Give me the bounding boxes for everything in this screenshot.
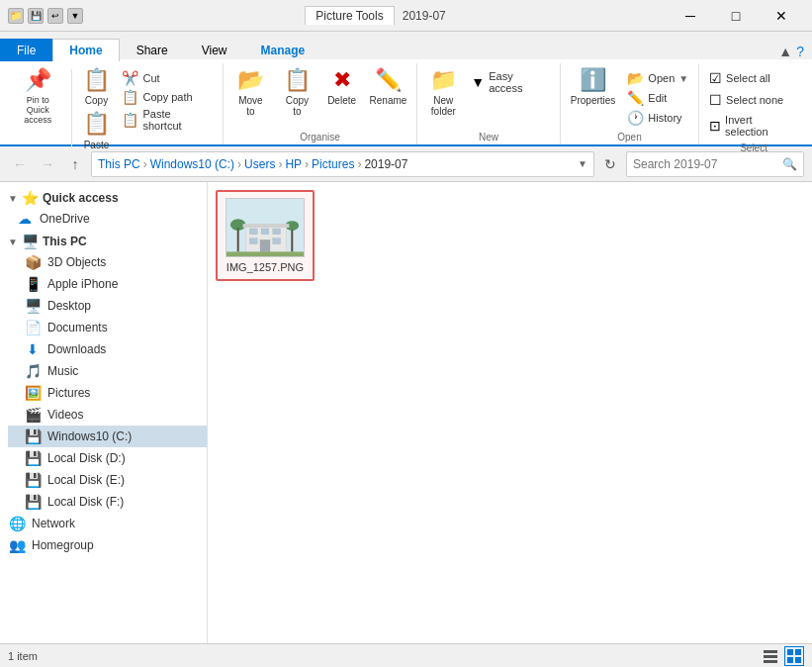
this-pc-label: This PC [43,235,87,248]
history-icon: 🕐 [627,110,644,126]
copy-icon: 📋 [83,67,110,93]
local-e-icon: 💾 [24,472,42,488]
sidebar-item-onedrive[interactable]: ☁ OneDrive [0,208,207,230]
minimize-button[interactable]: ─ [668,0,713,32]
breadcrumb-item[interactable]: This PC [98,157,140,171]
svg-rect-6 [243,224,290,228]
file-item-img1257[interactable]: IMG_1257.PNG [216,190,315,281]
open-content: ℹ️ Properties 📂 Open ▼ ✏️ Edit 🕐 History [567,65,692,132]
this-pc-icon: 🖥️ [22,234,39,249]
sidebar-item-local-f[interactable]: 💾 Local Disk (F:) [8,491,207,513]
select-all-button[interactable]: ☑ Select all [705,69,802,87]
close-button[interactable]: ✕ [759,0,804,32]
rename-button[interactable]: ✏️ Rename [366,65,411,108]
status-bar: 1 item [0,643,812,667]
delete-button[interactable]: ✖ Delete [322,65,362,108]
copy-button[interactable]: 📋 Copy [78,65,114,108]
sidebar-item-network[interactable]: 🌐 Network [0,513,207,534]
tab-home[interactable]: Home [52,39,119,61]
tab-manage[interactable]: Manage [244,39,322,61]
sidebar-item-desktop[interactable]: 🖥️ Desktop [8,295,207,317]
breadcrumb-item[interactable]: Windows10 (C:) [150,157,234,171]
up-button[interactable]: ↑ [63,152,87,176]
open-dropdown-icon: ▼ [678,73,688,84]
apple-iphone-icon: 📱 [24,276,42,292]
window-title: 2019-07 [403,9,446,23]
ribbon-collapse-icon[interactable]: ▲ [778,44,792,59]
this-pc-header[interactable]: ▼ 🖥️ This PC [0,230,207,251]
search-icon: 🔍 [782,157,797,171]
sidebar-item-pictures[interactable]: 🖼️ Pictures [8,382,207,404]
copy-to-button[interactable]: 📋 Copy to [276,65,317,119]
address-bar: ← → ↑ This PC › Windows10 (C:) › Users ›… [0,146,812,182]
breadcrumb[interactable]: This PC › Windows10 (C:) › Users › HP › … [91,151,594,177]
tab-file[interactable]: File [0,39,52,61]
svg-rect-9 [273,229,281,235]
pin-to-quick-access-button[interactable]: 📌 Pin to Quickaccess [10,65,65,127]
quick-access-header[interactable]: ▼ ⭐ Quick access [0,186,207,208]
invert-selection-icon: ⊡ [709,118,721,134]
easy-access-button[interactable]: ▼ Easy access [467,69,553,95]
copy-path-button[interactable]: 📋 Copy path [118,88,216,106]
tab-view[interactable]: View [185,39,244,61]
details-view-button[interactable] [761,646,780,666]
new-folder-icon: 📁 [430,67,457,93]
breadcrumb-item-current[interactable]: 2019-07 [364,157,407,171]
back-button[interactable]: ← [8,152,32,176]
window-controls: ─ □ ✕ [668,0,804,32]
history-button[interactable]: 🕐 History [623,109,692,127]
paste-shortcut-icon: 📋 [122,112,138,128]
breadcrumb-dropdown-icon[interactable]: ▼ [578,158,587,169]
new-folder-button[interactable]: 📁 Newfolder [423,65,463,119]
music-icon: 🎵 [24,363,42,379]
move-to-button[interactable]: 📂 Move to [229,65,273,119]
help-icon[interactable]: ? [796,44,804,59]
properties-button[interactable]: ℹ️ Properties [567,65,620,108]
tab-share[interactable]: Share [120,39,185,61]
sidebar-item-homegroup[interactable]: 👥 Homegroup [0,534,207,556]
sidebar-item-music[interactable]: 🎵 Music [8,360,207,382]
breadcrumb-item[interactable]: HP [285,157,302,171]
sidebar-item-windows10[interactable]: 💾 Windows10 (C:) [8,426,207,447]
new-content: 📁 Newfolder ▼ Easy access [423,65,553,132]
search-input[interactable] [633,157,782,171]
file-area[interactable]: IMG_1257.PNG [208,182,812,643]
homegroup-icon: 👥 [8,537,26,553]
undo-icon[interactable]: ↩ [47,8,63,24]
breadcrumb-sep1: › [143,157,147,171]
cut-button[interactable]: ✂️ Cut [118,69,216,87]
sidebar-item-3d-objects[interactable]: 📦 3D Objects [8,251,207,273]
select-none-icon: ☐ [709,92,722,108]
breadcrumb-sep5: › [357,157,361,171]
sidebar-item-downloads[interactable]: ⬇ Downloads [8,338,207,360]
paste-button[interactable]: 📋 Paste [78,109,114,151]
invert-selection-button[interactable]: ⊡ Invert selection [705,113,802,139]
refresh-button[interactable]: ↻ [598,152,622,176]
large-icons-view-button[interactable] [784,646,804,666]
maximize-button[interactable]: □ [713,0,759,32]
downloads-label: Downloads [47,342,106,356]
sidebar-item-apple-iphone[interactable]: 📱 Apple iPhone [8,273,207,295]
quick-access-label: Quick access [43,191,119,205]
dropdown-icon[interactable]: ▼ [67,8,83,24]
search-box[interactable]: 🔍 [626,151,804,177]
sidebar-item-local-e[interactable]: 💾 Local Disk (E:) [8,469,207,491]
open-button[interactable]: 📂 Open ▼ [623,69,692,87]
quick-save-icon[interactable]: 💾 [28,8,44,24]
sidebar-item-local-d[interactable]: 💾 Local Disk (D:) [8,447,207,469]
paste-shortcut-button[interactable]: 📋 Paste shortcut [118,107,216,133]
sidebar-item-documents[interactable]: 📄 Documents [8,317,207,338]
forward-button[interactable]: → [36,152,59,176]
edit-button[interactable]: ✏️ Edit [623,89,692,107]
desktop-icon: 🖥️ [24,298,42,314]
select-content: ☑ Select all ☐ Select none ⊡ Invert sele… [705,65,802,143]
open-col: 📂 Open ▼ ✏️ Edit 🕐 History [623,65,692,127]
sidebar-item-videos[interactable]: 🎬 Videos [8,404,207,426]
paste-icon: 📋 [83,111,110,137]
clipboard-col2: ✂️ Cut 📋 Copy path 📋 Paste shortcut [118,65,216,133]
breadcrumb-item[interactable]: Users [244,157,275,171]
select-none-button[interactable]: ☐ Select none [705,91,802,109]
svg-rect-20 [787,657,793,663]
quick-access-icon: ⭐ [22,190,39,206]
breadcrumb-item[interactable]: Pictures [312,157,354,171]
